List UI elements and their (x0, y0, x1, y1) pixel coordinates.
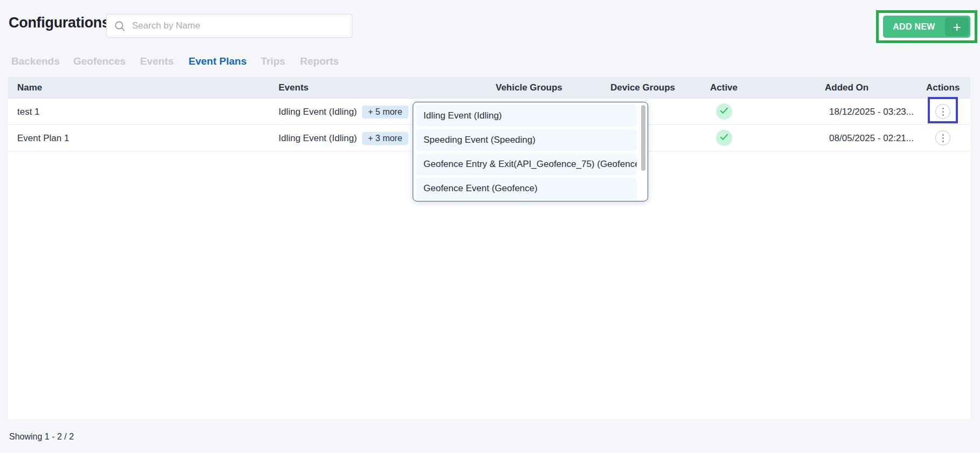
popup-event-item[interactable]: Speeding Event (Speeding) (416, 129, 637, 151)
more-events-badge[interactable]: + 5 more (362, 106, 408, 119)
popup-scrollbar[interactable] (641, 105, 645, 171)
tab-reports[interactable]: Reports (300, 55, 339, 67)
column-header-device-groups: Device Groups (610, 77, 675, 99)
tab-trips[interactable]: Trips (261, 55, 285, 67)
search-box (106, 14, 352, 38)
row-actions-kebab-icon[interactable] (935, 104, 950, 119)
column-header-vehicle-groups: Vehicle Groups (496, 77, 562, 99)
tab-events[interactable]: Events (140, 55, 173, 67)
column-header-events: Events (279, 77, 309, 99)
row-actions-kebab-icon[interactable] (935, 130, 950, 145)
active-check-icon (720, 133, 728, 143)
more-events-badge[interactable]: + 3 more (362, 132, 408, 145)
add-new-label: ADD NEW (883, 16, 945, 38)
row-first-event: Idling Event (Idling) (279, 125, 357, 151)
row-name: Event Plan 1 (17, 125, 69, 151)
popup-event-item[interactable]: Geofence Event (Geofence) (416, 178, 637, 199)
active-status-badge (716, 103, 732, 120)
column-header-active: Active (710, 77, 738, 99)
page-title: Configurations (9, 15, 110, 31)
add-new-button[interactable]: ADD NEW + (883, 16, 970, 38)
plus-icon: + (945, 17, 969, 36)
tab-event-plans[interactable]: Event Plans (189, 55, 247, 67)
column-header-name: Name (17, 77, 42, 99)
row-added-on: 18/12/2025 - 03:23... (781, 99, 914, 125)
popup-event-item[interactable]: Geofence Entry & Exit(API_Geofence_75) (… (416, 154, 637, 175)
row-name: test 1 (17, 99, 40, 125)
active-check-icon (720, 107, 728, 116)
column-header-added-on: Added On (825, 77, 868, 99)
search-icon (114, 20, 126, 32)
column-header-actions: Actions (926, 77, 960, 99)
row-added-on: 08/05/2025 - 02:21... (781, 125, 914, 151)
active-status-badge (716, 130, 732, 146)
events-popup: Idling Event (Idling) Speeding Event (Sp… (413, 102, 648, 201)
row-first-event: Idling Event (Idling) (279, 99, 357, 125)
popup-event-item[interactable]: Idling Event (Idling) (416, 105, 637, 127)
search-input[interactable] (132, 15, 352, 37)
configurations-page: Configurations ADD NEW + Backends Geofen… (0, 0, 980, 453)
tab-backends[interactable]: Backends (11, 55, 60, 67)
tab-geofences[interactable]: Geofences (73, 55, 126, 67)
pagination-status: Showing 1 - 2 / 2 (9, 432, 74, 442)
add-new-highlight-box: ADD NEW + (876, 10, 977, 43)
